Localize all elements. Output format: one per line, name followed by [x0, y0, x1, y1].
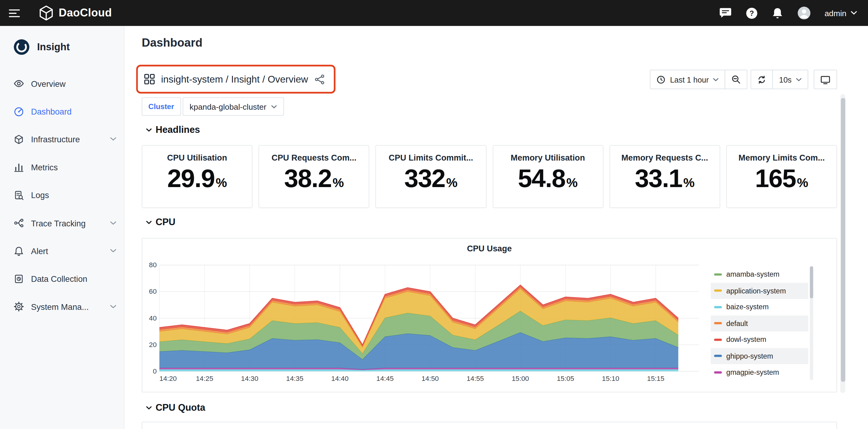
refresh-interval-label: 10s [779, 75, 792, 84]
dashboard-breadcrumb[interactable]: insight-system / Insight / Overview [136, 65, 335, 94]
legend-item-baize-system[interactable]: baize-system [711, 299, 808, 315]
chat-icon[interactable] [719, 7, 732, 19]
svg-text:?: ? [749, 9, 753, 17]
caret-down-icon[interactable] [851, 11, 857, 15]
refresh-interval-button[interactable]: 10s [773, 70, 808, 89]
main-content: Dashboard insight-system / Insight / Ove… [125, 26, 868, 429]
breadcrumb-text[interactable]: insight-system / Insight / Overview [161, 73, 308, 85]
grafana-toolbar: Last 1 hour 10s [650, 70, 837, 89]
section-chevron-icon [146, 221, 152, 224]
legend-label: ghippo-system [726, 352, 773, 360]
legend-item-application-system[interactable]: application-system [711, 283, 808, 299]
topbar: DaoCloud ? [0, 0, 868, 26]
stat-value: 165% [727, 164, 837, 192]
gauge-icon [14, 107, 24, 117]
sidebar-item-alert[interactable]: Alert [0, 237, 124, 265]
avatar[interactable] [797, 6, 811, 20]
trace-icon [14, 218, 24, 228]
stat-title: Memory Requests C... [610, 153, 720, 162]
page-title: Dashboard [142, 36, 203, 50]
sidebar-item-logs[interactable]: Logs [0, 181, 124, 209]
stat-title: CPU Utilisation [142, 153, 252, 162]
y-tick-label: 40 [149, 314, 157, 322]
cpu-quota-panel [142, 422, 837, 429]
stat-title: Memory Utilisation [493, 153, 602, 162]
chart-title[interactable]: CPU Usage [142, 243, 837, 253]
sidebar-item-metrics[interactable]: Metrics [0, 153, 124, 181]
stat-value: 33.1% [610, 164, 720, 192]
legend-label: application-system [726, 287, 786, 295]
share-icon[interactable] [314, 74, 325, 85]
legend-swatch [714, 371, 722, 373]
legend-item-gmagpie-system[interactable]: gmagpie-system [711, 364, 808, 381]
cluster-label: Cluster [142, 98, 181, 116]
time-range-label: Last 1 hour [670, 75, 709, 84]
sidebar-item-overview[interactable]: Overview [0, 70, 124, 98]
sidebar-item-label: Metrics [31, 163, 58, 172]
sidebar-item-label: Trace Tracking [31, 219, 86, 228]
section-headlines[interactable]: Headlines [146, 125, 200, 136]
stat-card-cpu-limits: CPU Limits Commit... 332% [375, 145, 487, 208]
legend-item-amamba-system[interactable]: amamba-system [711, 266, 808, 283]
zoom-out-button[interactable] [725, 70, 747, 89]
time-range-button[interactable]: Last 1 hour [651, 70, 725, 89]
chevron-down-icon [110, 305, 116, 309]
x-tick-label: 14:50 [422, 374, 439, 383]
sidebar-item-label: Dashboard [31, 107, 72, 117]
legend-scrollbar-thumb[interactable] [810, 266, 813, 298]
legend-item-default[interactable]: default [711, 315, 808, 331]
section-cpu-quota[interactable]: CPU Quota [146, 402, 206, 413]
x-tick-label: 14:40 [331, 374, 349, 383]
y-tick-label: 80 [149, 262, 157, 269]
cluster-variable: Cluster kpanda-global-cluster [142, 98, 284, 116]
stat-card-cpu-requests: CPU Requests Com... 38.2% [259, 145, 370, 208]
sidebar-nav: Overview Dashboard Infrastructure Metric… [0, 70, 124, 321]
section-chevron-icon [146, 406, 152, 409]
x-tick-label: 15:10 [602, 374, 619, 383]
brand-name: DaoCloud [59, 7, 112, 20]
y-tick-label: 60 [149, 287, 157, 295]
stat-value: 332% [376, 164, 486, 192]
x-tick-label: 14:55 [467, 374, 484, 383]
x-tick-label: 15:00 [512, 374, 529, 383]
x-tick-label: 14:30 [241, 374, 258, 383]
stat-value: 29.9% [142, 164, 252, 192]
metrics-icon [14, 162, 24, 172]
alert-bell-icon [14, 246, 24, 256]
sidebar-item-infrastructure[interactable]: Infrastructure [0, 126, 124, 154]
y-tick-label: 0 [153, 367, 157, 375]
legend-item-dowl-system[interactable]: dowl-system [711, 331, 808, 348]
legend-swatch [714, 322, 722, 325]
page-scrollbar-thumb[interactable] [841, 98, 845, 382]
bell-icon[interactable] [771, 7, 783, 19]
page-scrollbar [840, 94, 845, 393]
legend-label: dowl-system [726, 335, 766, 344]
refresh-button[interactable] [751, 70, 773, 89]
legend-swatch [714, 290, 722, 292]
chart-legend: amamba-systemapplication-systembaize-sys… [711, 266, 808, 381]
y-tick-label: 20 [149, 341, 157, 349]
legend-label: amamba-system [726, 270, 780, 278]
legend-label: gmagpie-system [726, 368, 779, 376]
sidebar-item-trace-tracking[interactable]: Trace Tracking [0, 209, 124, 237]
refresh-icon [758, 75, 767, 84]
section-cpu[interactable]: CPU [146, 217, 176, 228]
kiosk-mode-button[interactable] [814, 70, 837, 89]
username[interactable]: admin [825, 8, 846, 18]
sidebar-item-data-collection[interactable]: Data Collection [0, 265, 124, 293]
help-icon[interactable]: ? [745, 7, 758, 19]
caret-down-icon [271, 105, 277, 108]
sidebar-item-system-management[interactable]: System Mana... [0, 293, 124, 321]
cpu-usage-chart: 02040608014:2014:2514:3014:3514:4014:451… [144, 262, 702, 387]
insight-logo-icon [13, 39, 30, 55]
legend-swatch [714, 273, 722, 275]
daocloud-logo-icon[interactable] [39, 5, 54, 21]
chevron-down-icon [110, 249, 116, 253]
stat-value: 54.8% [493, 164, 602, 192]
sidebar-item-dashboard[interactable]: Dashboard [0, 98, 124, 126]
legend-swatch [714, 355, 722, 357]
clock-icon [657, 75, 665, 84]
menu-icon[interactable] [9, 8, 22, 18]
legend-item-ghippo-system[interactable]: ghippo-system [711, 348, 808, 364]
cluster-select[interactable]: kpanda-global-cluster [183, 98, 284, 116]
